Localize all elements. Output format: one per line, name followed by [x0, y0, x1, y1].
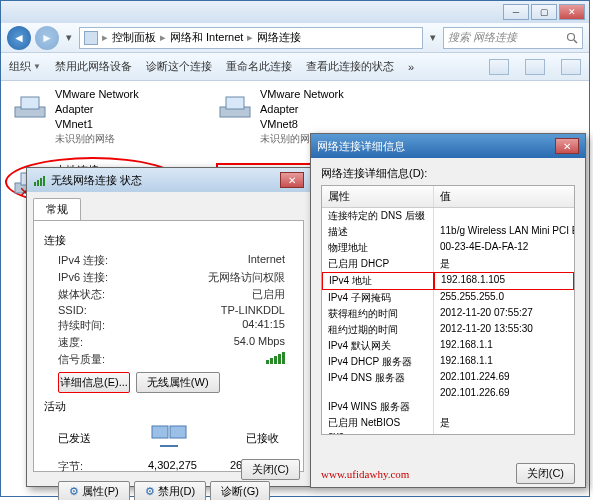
- disable-device-button[interactable]: 禁用此网络设备: [55, 59, 132, 74]
- table-row[interactable]: IPv4 DHCP 服务器192.168.1.1: [322, 354, 574, 370]
- table-row[interactable]: 描述11b/g Wireless LAN Mini PCI Ex: [322, 224, 574, 240]
- search-placeholder: 搜索 网络连接: [448, 30, 517, 45]
- wireless-properties-button[interactable]: 无线属性(W): [136, 372, 220, 393]
- column-value[interactable]: 值: [434, 186, 574, 207]
- received-label: 已接收: [246, 431, 279, 446]
- breadcrumb-network-connections[interactable]: 网络连接: [257, 30, 301, 45]
- diagnose-button[interactable]: 诊断这个连接: [146, 59, 212, 74]
- svg-rect-17: [43, 176, 45, 186]
- activity-icon: [148, 422, 190, 454]
- preview-pane-button[interactable]: [525, 59, 545, 75]
- network-adapter-icon: [216, 87, 254, 125]
- wifi-icon: [33, 173, 47, 187]
- disable-button[interactable]: ⚙ 禁用(D): [134, 481, 206, 500]
- table-row[interactable]: 202.101.226.69: [322, 386, 574, 399]
- organize-menu[interactable]: 组织 ▼: [9, 59, 41, 74]
- close-details-button[interactable]: 关闭(C): [516, 463, 575, 484]
- table-row[interactable]: IPv4 默认网关192.168.1.1: [322, 338, 574, 354]
- details-button[interactable]: 详细信息(E)...: [58, 372, 130, 393]
- history-dropdown[interactable]: ▾: [63, 31, 75, 44]
- wifi-status-dialog: 无线网络连接 状态 ✕ 常规 连接 IPv4 连接:Internet IPv6 …: [26, 167, 311, 487]
- dialog-title: 无线网络连接 状态: [51, 173, 142, 188]
- close-button[interactable]: ✕: [280, 172, 304, 188]
- adapter-vmnet1[interactable]: VMware Network Adapter VMnet1 未识别的网络: [11, 87, 176, 145]
- minimize-button[interactable]: ─: [503, 4, 529, 20]
- sent-label: 已发送: [58, 431, 91, 446]
- close-status-button[interactable]: 关闭(C): [241, 459, 300, 480]
- table-row[interactable]: 获得租约的时间2012-11-20 07:55:27: [322, 306, 574, 322]
- maximize-button[interactable]: ▢: [531, 4, 557, 20]
- rename-button[interactable]: 重命名此连接: [226, 59, 292, 74]
- command-toolbar: 组织 ▼ 禁用此网络设备 诊断这个连接 重命名此连接 查看此连接的状态 »: [1, 53, 589, 81]
- table-row[interactable]: 连接特定的 DNS 后缀: [322, 208, 574, 224]
- svg-rect-16: [40, 178, 42, 186]
- more-button[interactable]: »: [408, 61, 414, 73]
- svg-rect-18: [152, 426, 168, 438]
- diagnose-button[interactable]: 诊断(G): [210, 481, 270, 500]
- location-icon: [84, 31, 98, 45]
- address-bar[interactable]: ▸ 控制面板 ▸ 网络和 Internet ▸ 网络连接: [79, 27, 423, 49]
- window-titlebar: ─ ▢ ✕: [1, 1, 589, 23]
- dialog-title: 网络连接详细信息: [317, 139, 405, 154]
- details-table: 属性 值 连接特定的 DNS 后缀描述11b/g Wireless LAN Mi…: [321, 185, 575, 435]
- breadcrumb-network-internet[interactable]: 网络和 Internet: [170, 30, 243, 45]
- network-adapter-icon: [11, 87, 49, 125]
- svg-rect-3: [21, 97, 39, 109]
- table-row[interactable]: 已启用 NetBIOS ove...是: [322, 415, 574, 435]
- table-row[interactable]: 已启用 DHCP是: [322, 256, 574, 272]
- close-button[interactable]: ✕: [555, 138, 579, 154]
- table-row[interactable]: 物理地址00-23-4E-DA-FA-12: [322, 240, 574, 256]
- connection-details-dialog: 网络连接详细信息 ✕ 网络连接详细信息(D): 属性 值 连接特定的 DNS 后…: [310, 133, 586, 488]
- connection-section-label: 连接: [44, 233, 293, 248]
- forward-button[interactable]: ►: [35, 26, 59, 50]
- view-options-button[interactable]: [489, 59, 509, 75]
- address-dropdown[interactable]: ▾: [427, 31, 439, 44]
- navigation-bar: ◄ ► ▾ ▸ 控制面板 ▸ 网络和 Internet ▸ 网络连接 ▾ 搜索 …: [1, 23, 589, 53]
- adapter-name: VMware Network Adapter: [260, 87, 381, 117]
- adapter-line2: VMnet1: [55, 117, 176, 132]
- table-row[interactable]: IPv4 DNS 服务器202.101.224.69: [322, 370, 574, 386]
- svg-rect-14: [34, 182, 36, 186]
- svg-rect-19: [170, 426, 186, 438]
- search-icon: [566, 32, 578, 44]
- table-row[interactable]: IPv4 地址192.168.1.105: [322, 272, 574, 290]
- help-button[interactable]: [561, 59, 581, 75]
- close-button[interactable]: ✕: [559, 4, 585, 20]
- back-button[interactable]: ◄: [7, 26, 31, 50]
- tab-general[interactable]: 常规: [33, 198, 81, 220]
- signal-bars-icon: [266, 352, 285, 364]
- dialog-titlebar: 网络连接详细信息 ✕: [311, 134, 585, 158]
- svg-rect-15: [37, 180, 39, 186]
- search-box[interactable]: 搜索 网络连接: [443, 27, 583, 49]
- adapter-name: VMware Network Adapter: [55, 87, 176, 117]
- watermark-text: www.ufidawhy.com: [321, 468, 409, 480]
- properties-button[interactable]: ⚙ 属性(P): [58, 481, 130, 500]
- table-row[interactable]: 租约过期的时间2012-11-20 13:55:30: [322, 322, 574, 338]
- activity-section-label: 活动: [44, 399, 293, 414]
- svg-rect-5: [226, 97, 244, 109]
- table-row[interactable]: IPv4 WINS 服务器: [322, 399, 574, 415]
- svg-point-0: [568, 33, 575, 40]
- column-property[interactable]: 属性: [322, 186, 434, 207]
- details-label: 网络连接详细信息(D):: [321, 166, 575, 181]
- view-status-button[interactable]: 查看此连接的状态: [306, 59, 394, 74]
- table-row[interactable]: IPv4 子网掩码255.255.255.0: [322, 290, 574, 306]
- adapter-line2: VMnet8: [260, 117, 381, 132]
- adapter-status: 未识别的网络: [55, 132, 176, 146]
- breadcrumb-control-panel[interactable]: 控制面板: [112, 30, 156, 45]
- dialog-titlebar: 无线网络连接 状态 ✕: [27, 168, 310, 192]
- svg-line-1: [574, 40, 577, 43]
